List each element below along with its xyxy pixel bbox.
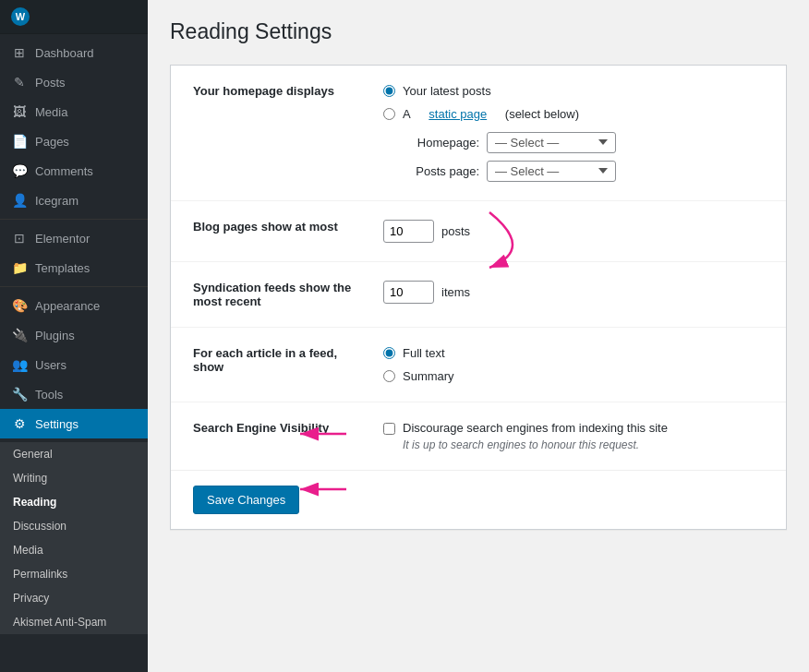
- search-visibility-label: Search Engine Visibility: [171, 402, 374, 470]
- latest-posts-radio[interactable]: [383, 85, 395, 97]
- sidebar-item-appearance[interactable]: 🎨 Appearance: [0, 291, 148, 320]
- submenu-item-privacy[interactable]: Privacy: [0, 586, 148, 610]
- feed-summary-label: Summary: [403, 369, 454, 383]
- sidebar-item-users[interactable]: 👥 Users: [0, 350, 148, 379]
- sidebar-item-posts[interactable]: ✎ Posts: [0, 67, 148, 97]
- sidebar: W ⊞ Dashboard ✎ Posts 🖼 Media 📄 Pages 💬 …: [0, 0, 148, 672]
- submenu-label-reading: Reading: [13, 496, 56, 509]
- posts-page-label: Posts page:: [405, 164, 479, 178]
- submenu-label-privacy: Privacy: [13, 592, 49, 605]
- feed-full-text-radio[interactable]: [383, 347, 395, 359]
- sidebar-label-templates: Templates: [35, 261, 90, 275]
- static-page-selects: Homepage: — Select — Posts page: — Selec…: [383, 132, 764, 182]
- submenu-label-akismet: Akismet Anti-Spam: [13, 616, 106, 629]
- elementor-icon: ⊡: [11, 230, 28, 246]
- row-syndication: Syndication feeds show the most recent i…: [171, 261, 786, 327]
- homepage-displays-field: Your latest posts A static page (select …: [374, 66, 786, 201]
- feed-show-field: Full text Summary: [374, 327, 786, 402]
- sidebar-item-elementor[interactable]: ⊡ Elementor: [0, 223, 148, 253]
- feed-full-text-option: Full text: [383, 346, 764, 360]
- row-feed-display: For each article in a feed, show Full te…: [171, 327, 786, 402]
- sidebar-item-plugins[interactable]: 🔌 Plugins: [0, 320, 148, 350]
- static-page-radio[interactable]: [383, 108, 395, 120]
- submenu-item-general[interactable]: General: [0, 442, 148, 466]
- submenu-item-akismet[interactable]: Akismet Anti-Spam: [0, 610, 148, 634]
- submenu-label-media: Media: [13, 544, 43, 557]
- homepage-select[interactable]: — Select —: [487, 132, 616, 153]
- tools-icon: 🔧: [11, 386, 28, 402]
- submenu-item-writing[interactable]: Writing: [0, 466, 148, 490]
- search-checkbox-content: Discourage search engines from indexing …: [403, 421, 668, 451]
- homepage-select-row: Homepage: — Select —: [405, 132, 764, 153]
- settings-form: Your homepage displays Your latest posts…: [170, 65, 787, 530]
- submenu-label-general: General: [13, 448, 53, 461]
- wp-logo-icon: W: [11, 7, 30, 26]
- submenu-item-media[interactable]: Media: [0, 538, 148, 562]
- settings-icon: ⚙: [11, 415, 28, 432]
- posts-page-select[interactable]: — Select —: [487, 161, 616, 182]
- blog-pages-field: posts: [374, 200, 786, 261]
- static-page-option: A static page (select below): [383, 107, 764, 121]
- sidebar-item-templates[interactable]: 📁 Templates: [0, 253, 148, 282]
- homepage-select-label: Homepage:: [405, 136, 479, 150]
- sidebar-item-pages[interactable]: 📄 Pages: [0, 126, 148, 156]
- feed-summary-option: Summary: [383, 369, 764, 383]
- static-page-link[interactable]: static page: [429, 107, 487, 121]
- submenu-item-discussion[interactable]: Discussion: [0, 514, 148, 538]
- submenu-label-permalinks: Permalinks: [13, 568, 67, 581]
- blog-pages-input[interactable]: [383, 220, 434, 243]
- sidebar-label-tools: Tools: [35, 388, 63, 402]
- syndication-input[interactable]: [383, 281, 434, 304]
- icegram-icon: 👤: [11, 192, 28, 209]
- media-icon: 🖼: [11, 103, 28, 120]
- save-section: Save Changes: [171, 470, 786, 529]
- plugins-icon: 🔌: [11, 327, 28, 343]
- dashboard-icon: ⊞: [11, 44, 28, 61]
- search-visibility-field: Discourage search engines from indexing …: [374, 402, 786, 470]
- syndication-input-row: items: [383, 281, 764, 304]
- posts-page-select-row: Posts page: — Select —: [405, 161, 764, 182]
- feed-summary-radio[interactable]: [383, 370, 395, 382]
- sidebar-item-settings[interactable]: ⚙ Settings: [0, 409, 148, 438]
- comments-icon: 💬: [11, 162, 28, 179]
- row-search-visibility: Search Engine Visibility Discourage sear…: [171, 402, 786, 470]
- blog-pages-suffix: posts: [441, 224, 470, 238]
- sidebar-item-comments[interactable]: 💬 Comments: [0, 156, 148, 186]
- static-page-suffix: (select below): [505, 107, 579, 121]
- submenu-item-permalinks[interactable]: Permalinks: [0, 562, 148, 586]
- save-button[interactable]: Save Changes: [193, 486, 299, 514]
- sidebar-item-dashboard[interactable]: ⊞ Dashboard: [0, 38, 148, 67]
- sidebar-main-nav: ⊞ Dashboard ✎ Posts 🖼 Media 📄 Pages 💬 Co…: [0, 34, 148, 442]
- templates-icon: 📁: [11, 259, 28, 276]
- pages-icon: 📄: [11, 133, 28, 150]
- syndication-suffix: items: [441, 285, 470, 299]
- search-visibility-checkbox[interactable]: [383, 423, 395, 435]
- sidebar-item-media[interactable]: 🖼 Media: [0, 97, 148, 126]
- feed-show-label: For each article in a feed, show: [171, 327, 374, 402]
- search-checkbox-row: Discourage search engines from indexing …: [383, 421, 764, 451]
- settings-submenu: General Writing Reading Discussion Media…: [0, 442, 148, 634]
- sidebar-label-icegram: Icegram: [35, 194, 78, 208]
- sidebar-label-pages: Pages: [35, 135, 69, 149]
- sidebar-label-plugins: Plugins: [35, 329, 75, 342]
- latest-posts-label: Your latest posts: [403, 84, 491, 98]
- sidebar-item-tools[interactable]: 🔧 Tools: [0, 379, 148, 409]
- submenu-item-reading[interactable]: Reading: [0, 490, 148, 514]
- row-blog-pages: Blog pages show at most posts: [171, 200, 786, 261]
- main-content: Reading Settings Your homepage displays …: [148, 0, 809, 672]
- row-homepage-displays: Your homepage displays Your latest posts…: [171, 66, 786, 201]
- syndication-label: Syndication feeds show the most recent: [171, 261, 374, 327]
- syndication-field: items: [374, 261, 786, 327]
- sidebar-item-icegram[interactable]: 👤 Icegram: [0, 186, 148, 215]
- latest-posts-option: Your latest posts: [383, 84, 764, 98]
- page-title: Reading Settings: [170, 18, 787, 46]
- sidebar-label-comments: Comments: [35, 164, 93, 178]
- blog-pages-label: Blog pages show at most: [171, 200, 374, 261]
- sidebar-label-users: Users: [35, 358, 66, 372]
- submenu-label-discussion: Discussion: [13, 520, 66, 533]
- submenu-label-writing: Writing: [13, 472, 47, 485]
- posts-icon: ✎: [11, 74, 28, 90]
- sidebar-label-elementor: Elementor: [35, 232, 90, 246]
- static-page-prefix: A: [403, 107, 411, 121]
- homepage-displays-label: Your homepage displays: [171, 66, 374, 201]
